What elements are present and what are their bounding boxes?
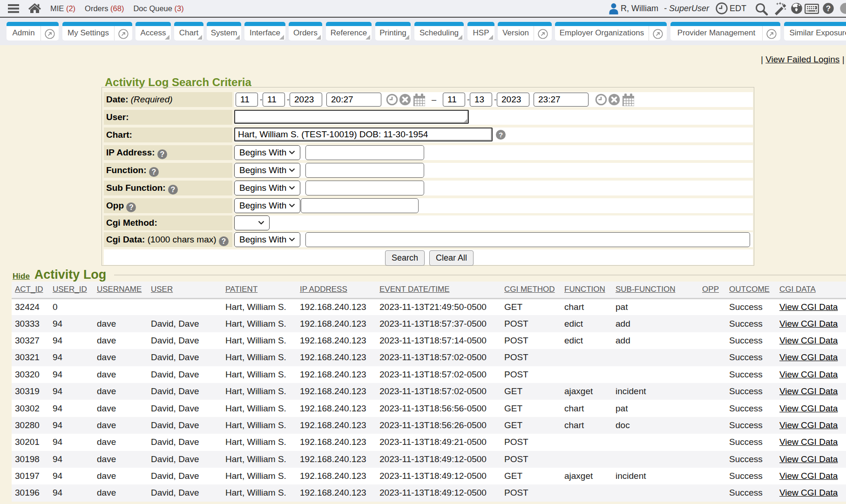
svg-text:?: ? — [826, 4, 831, 13]
